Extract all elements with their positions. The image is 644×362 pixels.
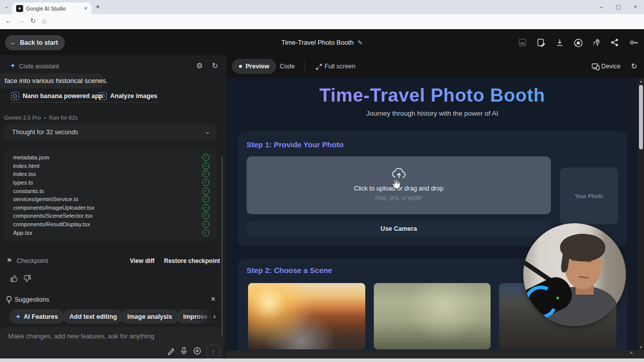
chips-scroll-right-icon[interactable]: › bbox=[213, 312, 216, 320]
app-topbar: ← Back to start Time-Travel Photo Booth✎ bbox=[0, 29, 644, 55]
use-camera-button[interactable]: Use Camera bbox=[247, 221, 551, 236]
reload-icon[interactable]: ↻ bbox=[30, 17, 36, 25]
scroll-up-icon[interactable]: ▲ bbox=[638, 79, 644, 83]
home-icon[interactable]: ⌂ bbox=[42, 17, 46, 25]
chip-nano-banana[interactable]: Nano banana powered app bbox=[11, 92, 103, 103]
back-icon[interactable]: ← bbox=[5, 17, 12, 25]
checkpoint-label: Checkpoint bbox=[17, 257, 48, 264]
browser-tabstrip: ⌄ ✦ Google AI Studio × + – ▢ × bbox=[0, 0, 644, 14]
file-name: services/geminiService.ts bbox=[13, 196, 78, 202]
file-name: index.tsx bbox=[13, 171, 36, 177]
scene-thumbnail-sunset[interactable] bbox=[248, 283, 365, 349]
tab-preview[interactable]: Preview bbox=[232, 59, 276, 74]
deploy-rocket-icon[interactable] bbox=[592, 38, 601, 47]
upload-hint: PNG, JPG, or WEBP bbox=[247, 196, 551, 201]
send-button[interactable]: ↑ bbox=[206, 345, 220, 358]
add-circle-icon[interactable] bbox=[193, 347, 201, 355]
scrollbar-thumb[interactable] bbox=[639, 85, 643, 149]
file-row[interactable]: types.ts✓ bbox=[13, 178, 209, 187]
chip-ai-features[interactable]: ✦AI Features bbox=[9, 309, 64, 324]
suggestions-title: Suggestions bbox=[15, 296, 49, 303]
chip-analyze-images-label: Analyze images bbox=[110, 93, 157, 100]
file-name: components/ResultDisplay.tsx bbox=[13, 221, 90, 227]
full-screen-button[interactable]: Full screen bbox=[325, 63, 355, 70]
model-run-line: Gemini 2.5 Pro • Ran for 82s bbox=[4, 115, 77, 121]
tab-close-icon[interactable]: × bbox=[84, 5, 88, 12]
tab-code[interactable]: Code bbox=[280, 63, 295, 70]
file-row[interactable]: index.tsx✓ bbox=[13, 170, 209, 178]
chip-add-text-editing[interactable]: Add text editing bbox=[63, 309, 123, 324]
scroll-down-icon[interactable]: ▼ bbox=[638, 345, 644, 349]
window-maximize-icon[interactable]: ▢ bbox=[610, 0, 627, 13]
chip-image-analysis[interactable]: Image analysis bbox=[121, 309, 179, 324]
full-screen-icon bbox=[316, 64, 322, 70]
github-icon[interactable] bbox=[574, 38, 583, 48]
check-circle-icon: ✓ bbox=[202, 162, 209, 169]
file-row[interactable]: index.html✓ bbox=[13, 162, 209, 170]
file-row[interactable]: components/SceneSelector.tsx✓ bbox=[13, 212, 209, 220]
check-circle-icon: ✓ bbox=[202, 188, 209, 195]
thumb-up-icon[interactable] bbox=[10, 275, 18, 283]
thought-label: Thought for 32 seconds bbox=[12, 129, 78, 136]
step2-heading: Step 2: Choose a Scene bbox=[247, 266, 332, 275]
device-icon bbox=[592, 63, 600, 70]
rename-pencil-icon[interactable]: ✎ bbox=[358, 39, 363, 46]
preview-header: Preview Code Full screen Device ↻ bbox=[226, 55, 644, 78]
tab-search-icon[interactable]: ⌄ bbox=[4, 3, 9, 10]
file-row[interactable]: constants.ts✓ bbox=[13, 187, 209, 195]
webcam-overlay bbox=[523, 223, 626, 326]
preview-bottom-bar: ^ bbox=[226, 350, 644, 358]
model-name: Gemini 2.5 Pro bbox=[4, 115, 41, 121]
forward-icon[interactable]: → bbox=[18, 17, 25, 25]
window-minimize-icon[interactable]: – bbox=[593, 0, 610, 13]
ai-studio-favicon-icon: ✦ bbox=[16, 5, 23, 12]
new-tab-button[interactable]: + bbox=[96, 2, 100, 11]
browser-tab[interactable]: ✦ Google AI Studio × bbox=[12, 3, 92, 14]
code-assistant-panel: ✦ Code assistant ⚙ ↻ face into various h… bbox=[0, 55, 226, 358]
download-app-icon[interactable] bbox=[555, 38, 564, 47]
prompt-input[interactable] bbox=[7, 332, 200, 340]
run-duration: Ran for 82s bbox=[49, 115, 77, 121]
assistant-refresh-icon[interactable]: ↻ bbox=[212, 61, 218, 70]
file-row[interactable]: components/ResultDisplay.tsx✓ bbox=[13, 220, 209, 229]
share-icon[interactable] bbox=[610, 38, 619, 47]
chip-image-analysis-label: Image analysis bbox=[127, 313, 172, 320]
save-copy-icon[interactable] bbox=[537, 38, 545, 47]
assistant-scrollbar[interactable] bbox=[221, 156, 223, 337]
mic-icon[interactable] bbox=[180, 347, 188, 355]
suggestions-close-icon[interactable]: × bbox=[211, 295, 215, 304]
flag-icon: ⚑ bbox=[7, 257, 13, 264]
booth-title: Time-Travel Photo Booth bbox=[226, 85, 638, 106]
window-close-icon[interactable]: × bbox=[627, 0, 644, 13]
collapse-up-icon[interactable]: ^ bbox=[630, 351, 632, 357]
present-icon bbox=[518, 38, 527, 47]
assistant-sparkle-icon: ✦ bbox=[10, 62, 16, 69]
api-key-icon[interactable] bbox=[629, 38, 638, 47]
thought-accordion[interactable]: Thought for 32 seconds ⌄ bbox=[4, 124, 216, 141]
file-row[interactable]: App.tsx✓ bbox=[13, 228, 209, 237]
chip-analyze-images[interactable]: Analyze images bbox=[99, 92, 157, 103]
dot-separator: • bbox=[44, 115, 46, 121]
edit-sparkle-icon[interactable] bbox=[167, 347, 175, 355]
checkpoint-row: ⚑ Checkpoint View diff Restore checkpoin… bbox=[0, 256, 226, 266]
file-name: types.ts bbox=[13, 179, 33, 186]
screen: ⌄ ✦ Google AI Studio × + – ▢ × ← → ↻ ⌂ a… bbox=[0, 0, 644, 362]
scene-thumbnail-fog[interactable] bbox=[374, 283, 491, 349]
check-circle-icon: ✓ bbox=[202, 212, 209, 219]
file-row[interactable]: services/geminiService.ts✓ bbox=[13, 195, 209, 204]
generated-files-card: metadata.json✓ index.html✓ index.tsx✓ ty… bbox=[4, 149, 216, 241]
thumb-down-icon[interactable] bbox=[23, 275, 31, 283]
check-circle-icon: ✓ bbox=[202, 229, 209, 236]
file-row[interactable]: components/ImageUploader.tsx✓ bbox=[13, 204, 209, 212]
assistant-settings-gear-icon[interactable]: ⚙ bbox=[196, 61, 203, 70]
prompt-composer: ↑ bbox=[0, 327, 223, 358]
preview-refresh-icon[interactable]: ↻ bbox=[631, 62, 637, 71]
preview-scrollbar[interactable]: ▲ ▼ bbox=[638, 78, 644, 350]
chip-ai-features-label: AI Features bbox=[24, 313, 58, 320]
view-diff-button[interactable]: View diff bbox=[130, 257, 154, 264]
file-row[interactable]: metadata.json✓ bbox=[13, 153, 209, 162]
device-button[interactable]: Device bbox=[601, 63, 620, 70]
restore-checkpoint-button[interactable]: Restore checkpoint bbox=[164, 257, 220, 264]
file-name: components/SceneSelector.tsx bbox=[13, 213, 93, 219]
taskbar-edge-strip bbox=[0, 358, 644, 362]
